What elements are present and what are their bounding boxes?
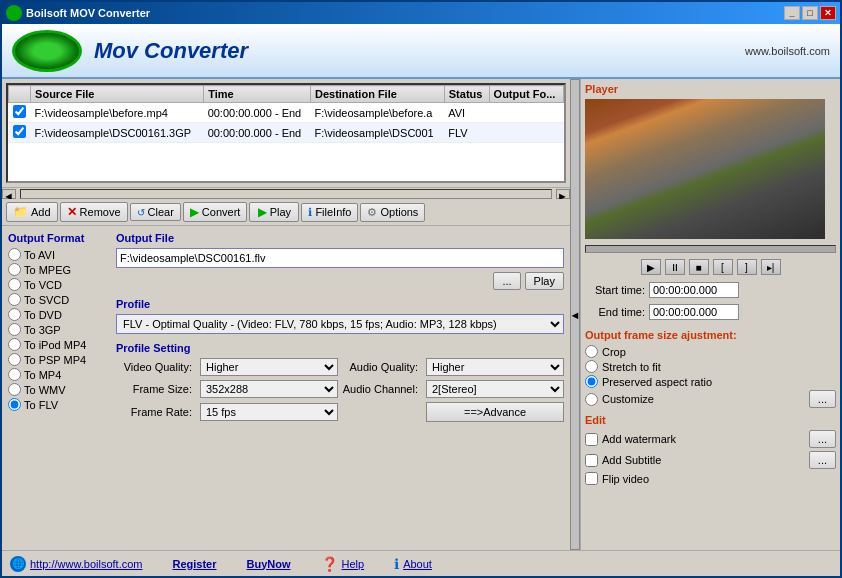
website-link[interactable]: http://www.boilsoft.com [30, 558, 143, 570]
convert-button[interactable]: ▶ Convert [183, 202, 248, 222]
audio-quality-select[interactable]: Higher [426, 358, 564, 376]
row1-source: F:\videosample\before.mp4 [31, 103, 204, 123]
play-ctrl-button[interactable]: ▶ [641, 259, 661, 275]
crop-radio[interactable] [585, 345, 598, 358]
advance-button[interactable]: ==>Advance [426, 402, 564, 422]
titlebar-buttons: _ □ ✕ [784, 6, 836, 20]
remove-button[interactable]: ✕ Remove [60, 202, 128, 222]
scrollbar-area: ◄ ► [2, 187, 570, 199]
col-header-time: Time [204, 86, 311, 103]
horizontal-scrollbar[interactable] [20, 189, 552, 199]
panel-divider[interactable]: ◄ [570, 79, 580, 550]
fileinfo-label: FileInfo [315, 206, 351, 218]
format-ipod-radio[interactable] [8, 338, 21, 351]
mark-in-button[interactable]: [ [713, 259, 733, 275]
row1-checkbox[interactable] [13, 105, 26, 118]
subtitle-checkbox[interactable] [585, 454, 598, 467]
url-item: 🌐 http://www.boilsoft.com [10, 556, 143, 572]
format-svcd-radio[interactable] [8, 293, 21, 306]
output-file-input[interactable] [116, 248, 564, 268]
audio-channel-select[interactable]: 2[Stereo] [426, 380, 564, 398]
player-seekbar[interactable] [585, 245, 836, 253]
profile-settings-section: Profile Setting Video Quality: Higher Au… [116, 342, 564, 422]
output-file-section: Output File ... Play [116, 232, 564, 290]
options-button[interactable]: ⚙ Options [360, 203, 425, 222]
fs-label: Frame Size: [116, 383, 196, 395]
output-file-title: Output File [116, 232, 564, 244]
watermark-label: Add watermark [602, 433, 676, 445]
options-label: Options [380, 206, 418, 218]
format-psp-radio[interactable] [8, 353, 21, 366]
format-dvd: To DVD [8, 308, 108, 321]
app-header: Mov Converter www.boilsoft.com [2, 24, 840, 79]
browse-button[interactable]: ... [493, 272, 520, 290]
close-button[interactable]: ✕ [820, 6, 836, 20]
ac-label: Audio Channel: [342, 383, 422, 395]
pause-ctrl-button[interactable]: ⏸ [665, 259, 685, 275]
fileinfo-button[interactable]: ℹ FileInfo [301, 203, 358, 222]
help-item: ❓ Help [321, 556, 365, 572]
maximize-button[interactable]: □ [802, 6, 818, 20]
app-icon [6, 5, 22, 21]
register-link[interactable]: Register [173, 558, 217, 570]
buynow-link[interactable]: BuyNow [247, 558, 291, 570]
about-link[interactable]: About [403, 558, 432, 570]
format-avi-radio[interactable] [8, 248, 21, 261]
clear-button[interactable]: ↺ Clear [130, 203, 181, 221]
aspect-radio[interactable] [585, 375, 598, 388]
stop-ctrl-button[interactable]: ■ [689, 259, 709, 275]
subtitle-button[interactable]: ... [809, 451, 836, 469]
format-vcd-radio[interactable] [8, 278, 21, 291]
start-time-row: Start time: [585, 282, 836, 298]
globe-icon: 🌐 [10, 556, 26, 572]
format-wmv-radio[interactable] [8, 383, 21, 396]
subtitle-label: Add Subtitle [602, 454, 661, 466]
format-flv-radio[interactable] [8, 398, 21, 411]
end-time-input[interactable] [649, 304, 739, 320]
help-link[interactable]: Help [342, 558, 365, 570]
about-icon: ℹ [394, 556, 399, 572]
flip-label: Flip video [602, 473, 649, 485]
output-format-title: Output Format [8, 232, 108, 244]
video-quality-select[interactable]: Higher [200, 358, 338, 376]
profile-select[interactable]: FLV - Optimal Quality - (Video: FLV, 780… [116, 314, 564, 334]
convert-icon: ▶ [190, 205, 199, 219]
add-button[interactable]: 📁 Add [6, 202, 58, 222]
row2-checkbox[interactable] [13, 125, 26, 138]
frame-rate-select[interactable]: 15 fps [200, 403, 338, 421]
settings-grid: Video Quality: Higher Audio Quality: Hig… [116, 358, 564, 422]
format-mpeg-radio[interactable] [8, 263, 21, 276]
format-mp4-radio[interactable] [8, 368, 21, 381]
format-dvd-radio[interactable] [8, 308, 21, 321]
col-header-output: Output Fo... [489, 86, 563, 103]
subtitle-row: Add Subtitle ... [585, 451, 836, 469]
file-table: Source File Time Destination File Status… [8, 85, 564, 143]
frame-size-title: Output frame size ajustment: [585, 329, 836, 341]
format-3gp-radio[interactable] [8, 323, 21, 336]
mark-out-button[interactable]: ] [737, 259, 757, 275]
remove-label: Remove [80, 206, 121, 218]
customize-button[interactable]: ... [809, 390, 836, 408]
left-panel: Source File Time Destination File Status… [2, 79, 570, 550]
clear-label: Clear [148, 206, 174, 218]
play-output-button[interactable]: Play [525, 272, 564, 290]
stretch-radio[interactable] [585, 360, 598, 373]
format-mp4: To MP4 [8, 368, 108, 381]
flip-checkbox[interactable] [585, 472, 598, 485]
convert-label: Convert [202, 206, 241, 218]
about-item: ℹ About [394, 556, 432, 572]
play-button[interactable]: ▶ Play [249, 202, 299, 222]
watermark-button[interactable]: ... [809, 430, 836, 448]
frame-size-select[interactable]: 352x288 [200, 380, 338, 398]
customize-radio[interactable] [585, 393, 598, 406]
watermark-checkbox[interactable] [585, 433, 598, 446]
aq-label: Audio Quality: [342, 361, 422, 373]
full-screen-button[interactable]: ▸| [761, 259, 781, 275]
end-time-row: End time: [585, 304, 836, 320]
minimize-button[interactable]: _ [784, 6, 800, 20]
format-svcd: To SVCD [8, 293, 108, 306]
start-time-input[interactable] [649, 282, 739, 298]
play-label: Play [270, 206, 291, 218]
scroll-right-btn[interactable]: ► [556, 189, 570, 199]
scroll-left-btn[interactable]: ◄ [2, 189, 16, 199]
